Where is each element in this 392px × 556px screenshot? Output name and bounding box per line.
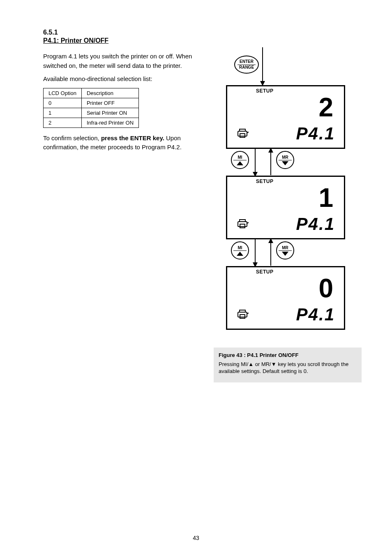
table-cell: LCD Option <box>44 88 82 98</box>
lcd-param: P4.1 <box>296 214 335 234</box>
mi-up-button[interactable]: MI <box>231 241 251 259</box>
svg-rect-5 <box>240 315 245 318</box>
range-label: RANGE <box>239 65 254 70</box>
mi-label: MI <box>238 155 242 160</box>
table-cell: 0 <box>44 98 82 108</box>
printer-icon <box>236 309 250 321</box>
options-table: LCD Option Description 0 Printer OFF 1 S… <box>43 88 199 128</box>
lcd-digit: 1 <box>318 183 332 213</box>
para3-prefix: To confirm selection, <box>43 134 101 141</box>
paragraph-3: To confirm selection, press the ENTER ke… <box>43 134 199 152</box>
lcd-digit: 2 <box>318 92 332 123</box>
svg-rect-3 <box>240 224 245 228</box>
table-cell: 1 <box>44 108 82 118</box>
table-cell: Printer OFF <box>81 98 138 108</box>
setup-label: SETUP <box>256 269 274 275</box>
figure-caption-box: Figure 43 : P4.1 Printer ON/OFF Pressing… <box>214 348 362 382</box>
printer-icon <box>236 128 250 140</box>
para3-action: press the ENTER key. <box>101 134 164 141</box>
table-cell: 2 <box>44 118 82 127</box>
lcd-param: P4.1 <box>296 305 335 324</box>
figure-title: Figure 43 : P4.1 Printer ON/OFF <box>219 352 357 359</box>
lcd-digit: 0 <box>318 273 332 303</box>
lcd-screen-2: SETUP 1 P4.1 <box>226 176 345 239</box>
paragraph-2: Available mono-directional selection lis… <box>43 74 199 84</box>
setup-label: SETUP <box>256 88 274 94</box>
svg-rect-1 <box>240 134 245 137</box>
paragraph-1: Program 4.1 lets you switch the printer … <box>43 52 199 70</box>
figure-caption-text: Pressing MI/▲ or MR/▼ key lets you scrol… <box>219 361 357 375</box>
lcd-screen-3: SETUP 0 P4.1 <box>226 266 345 330</box>
mr-label: MR <box>282 155 288 160</box>
mr-down-button[interactable]: MR <box>276 241 296 259</box>
table-cell: Serial Printer ON <box>81 108 138 118</box>
mr-down-button[interactable]: MR <box>276 151 296 169</box>
page-number: 43 <box>0 535 392 541</box>
lcd-screen-1: SETUP 2 P4.1 <box>226 85 345 149</box>
enter-label: ENTER <box>240 60 254 64</box>
section-number: 6.5.1 <box>43 29 359 36</box>
setup-label: SETUP <box>256 178 274 184</box>
figure-diagram: ENTER RANGE SETUP 2 P4.1 <box>214 56 362 352</box>
mi-label: MI <box>238 246 242 250</box>
section-title: P4.1: Printer ON/OFF <box>43 37 359 44</box>
mi-up-button[interactable]: MI <box>231 151 251 169</box>
table-cell: Description <box>81 88 138 98</box>
enter-range-button[interactable]: ENTER RANGE <box>234 56 259 74</box>
lcd-param: P4.1 <box>296 124 335 144</box>
printer-icon <box>236 218 250 231</box>
table-cell: Infra-red Printer ON <box>81 118 138 127</box>
mr-label: MR <box>282 246 288 250</box>
